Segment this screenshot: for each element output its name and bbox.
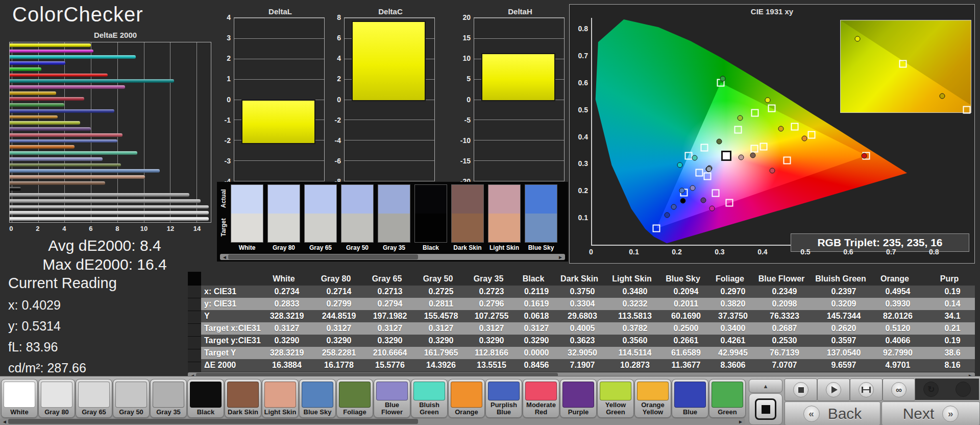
actual-marker bbox=[671, 204, 676, 210]
table-row[interactable]: Target Y328.3219258.2281210.6664161.7965… bbox=[201, 347, 975, 360]
column-header: Purp bbox=[919, 272, 975, 284]
table-cell: 0.3820 bbox=[710, 298, 755, 309]
table-row[interactable]: y: CIE310.28330.27990.27940.28110.27960.… bbox=[201, 298, 975, 311]
up-arrow-icon: ▲ bbox=[763, 383, 769, 389]
axis-tick-label: -4 bbox=[324, 136, 341, 145]
axis-tick-label: 2 bbox=[36, 225, 39, 232]
strip-patch[interactable]: Dark Skin bbox=[451, 184, 484, 251]
palette-tile[interactable]: Blue bbox=[672, 379, 708, 418]
strip-patch[interactable]: Gray 35 bbox=[378, 184, 410, 251]
back-button[interactable]: « Back bbox=[785, 402, 880, 425]
target-color bbox=[525, 214, 557, 242]
actual-marker bbox=[692, 155, 698, 161]
palette-tile[interactable]: Black bbox=[187, 379, 224, 418]
strip-patch[interactable]: Black bbox=[414, 184, 447, 251]
actual-marker bbox=[720, 76, 726, 81]
palette-tile-label: Gray 35 bbox=[151, 408, 186, 417]
strip-patch[interactable]: Blue Sky bbox=[525, 184, 557, 251]
palette-tile[interactable]: Yellow Green bbox=[597, 379, 634, 418]
palette-tile-label: Purplish Blue bbox=[486, 401, 522, 417]
palette-tile[interactable]: Bluish Green bbox=[411, 379, 448, 418]
stop-button[interactable] bbox=[785, 379, 817, 401]
axis-tick-label: 12 bbox=[167, 225, 174, 232]
table-cell: 0.2799 bbox=[313, 298, 364, 309]
next-button[interactable]: Next » bbox=[881, 402, 980, 425]
palette-chip bbox=[41, 382, 72, 408]
strip-patch[interactable]: White bbox=[231, 184, 263, 251]
column-header: Light Skin bbox=[605, 272, 658, 284]
strip-scrollbar-thumb[interactable] bbox=[228, 254, 418, 259]
scroll-right-icon[interactable]: ► bbox=[558, 254, 563, 260]
table-cell: 0.3623 bbox=[556, 335, 608, 345]
palette-chip bbox=[712, 382, 743, 408]
palette-tile[interactable]: Purple bbox=[560, 379, 597, 418]
palette-tile[interactable]: Green bbox=[709, 379, 746, 418]
de-bar bbox=[10, 145, 75, 149]
palette-scrollbar-thumb[interactable] bbox=[8, 419, 418, 424]
target-marker bbox=[783, 157, 791, 164]
palette-tile[interactable]: Dark Skin bbox=[225, 379, 261, 418]
axis-tick-label: -6 bbox=[324, 157, 341, 165]
table-row[interactable]: Y328.3219244.8519197.1982155.4578107.275… bbox=[201, 310, 975, 323]
palette-tile[interactable]: Moderate Red bbox=[523, 379, 559, 418]
scroll-left-icon[interactable]: ◄ bbox=[2, 418, 7, 424]
palette-tile-label: Bluish Green bbox=[411, 401, 447, 417]
palette-tile[interactable]: Blue Flower bbox=[374, 379, 410, 418]
palette-tile-label: Gray 80 bbox=[39, 408, 75, 417]
record-icon[interactable] bbox=[955, 382, 971, 397]
strip-patch[interactable]: Gray 50 bbox=[341, 184, 374, 251]
palette-tile[interactable]: White bbox=[1, 379, 38, 418]
strip-patch[interactable]: Gray 65 bbox=[304, 184, 337, 251]
palette-tile-label: Yellow Green bbox=[598, 401, 633, 417]
stop-pattern-button[interactable] bbox=[749, 393, 782, 425]
palette-tile[interactable]: Orange Yellow bbox=[634, 379, 671, 418]
inset-marker bbox=[899, 60, 907, 67]
play-button[interactable] bbox=[817, 379, 850, 401]
patch-label: Dark Skin bbox=[451, 243, 484, 251]
patch-label: White bbox=[231, 243, 263, 251]
palette-tile[interactable]: Gray 35 bbox=[150, 379, 187, 418]
palette-tile[interactable]: Gray 80 bbox=[38, 379, 75, 418]
strip-scrollbar[interactable]: ◄ ► bbox=[220, 254, 565, 260]
scroll-left-icon[interactable]: ◄ bbox=[222, 254, 227, 260]
palette-scrollbar[interactable]: ◄ ► bbox=[0, 418, 745, 424]
current-reading: Current Reading x: 0.4029 y: 0.5314 fL: … bbox=[8, 275, 117, 382]
table-row[interactable]: ΔE 200016.388416.177815.577614.392613.55… bbox=[201, 359, 975, 372]
de-bar bbox=[10, 43, 91, 47]
palette-tile[interactable]: Gray 65 bbox=[76, 379, 112, 418]
refresh-icon[interactable]: ↻ bbox=[923, 382, 939, 397]
palette-tile[interactable]: Orange bbox=[448, 379, 485, 418]
palette-tile[interactable]: Blue Sky bbox=[299, 379, 336, 418]
table-cell: 0.19 bbox=[922, 286, 975, 296]
palette-tile-label: Orange bbox=[449, 408, 484, 417]
palette-tile[interactable]: Foliage bbox=[336, 379, 373, 418]
loop-button[interactable]: ∞ bbox=[883, 379, 915, 401]
palette-scroll-up-button[interactable]: ▲ bbox=[749, 379, 782, 393]
column-header: Dark Skin bbox=[553, 272, 605, 284]
interval-icon bbox=[862, 387, 871, 393]
target-marker bbox=[750, 145, 758, 152]
column-header: Blue Sky bbox=[658, 272, 707, 284]
strip-patch[interactable]: Light Skin bbox=[488, 184, 521, 251]
axis-tick-label: 4 bbox=[213, 13, 231, 21]
table-cell: 61.6589 bbox=[662, 347, 710, 358]
table-cell: 0.3290 bbox=[364, 335, 415, 345]
row-label: y: CIE31 bbox=[201, 298, 260, 309]
palette-chip bbox=[488, 382, 520, 400]
table-row[interactable]: Target y:CIE310.32900.32900.32900.32900.… bbox=[201, 335, 975, 347]
actual-color bbox=[268, 185, 300, 214]
strip-patch[interactable]: Gray 80 bbox=[267, 184, 300, 251]
palette-tile[interactable]: Purplish Blue bbox=[485, 379, 522, 418]
palette-tile[interactable]: Light Skin bbox=[262, 379, 299, 418]
table-row[interactable]: Target x:CIE310.31270.31270.31270.31270.… bbox=[201, 322, 975, 335]
table-cell: 0.2970 bbox=[710, 286, 755, 296]
de-bar bbox=[10, 61, 65, 65]
axis-tick-label: -15 bbox=[453, 157, 471, 165]
table-row[interactable]: x: CIE310.27340.27140.27130.27250.27230.… bbox=[201, 286, 975, 298]
scroll-right-icon[interactable]: ► bbox=[738, 418, 743, 424]
interval-button[interactable] bbox=[850, 379, 883, 401]
table-cell: 0.3127 bbox=[260, 322, 313, 333]
actual-marker bbox=[802, 136, 807, 141]
table-cell: 0.3127 bbox=[364, 322, 415, 333]
palette-tile[interactable]: Gray 50 bbox=[113, 379, 150, 418]
